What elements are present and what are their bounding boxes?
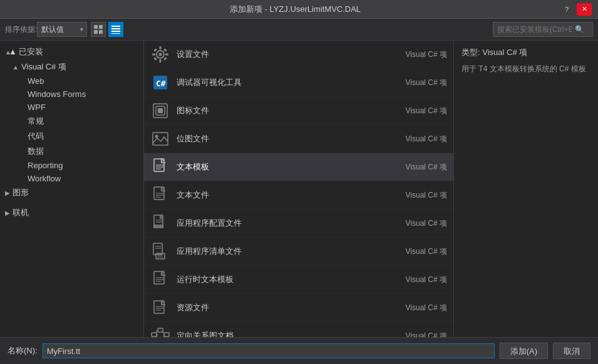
file-item-settings[interactable]: 设置文件 Visual C# 项 — [144, 41, 453, 69]
debugger-icon: C# — [150, 73, 170, 93]
info-description: 用于 T4 文本模板转换系统的 C# 模板 — [461, 63, 590, 75]
file-name-runtime-template: 运行时文本模板 — [177, 274, 391, 285]
svg-marker-52 — [162, 301, 165, 305]
file-type-manifest: Visual C# 项 — [397, 246, 447, 257]
svg-rect-4 — [111, 26, 120, 27]
text-file-icon — [150, 185, 170, 205]
file-type-app-config: Visual C# 项 — [397, 218, 447, 229]
file-name-text-template: 文本模板 — [177, 161, 391, 173]
svg-rect-56 — [152, 333, 157, 336]
help-button[interactable]: ? — [559, 3, 574, 16]
resource-file-icon — [150, 298, 170, 318]
window-title: 添加新项 - LYZJ.UserLimitMVC.DAL — [31, 4, 559, 15]
installed-label: ▲ 已安装 — [9, 46, 43, 58]
text-template-icon — [150, 157, 170, 177]
sidebar: ▲ ▲ 已安装 ▲ Visual C# 项 Web Windows Forms … — [0, 41, 144, 337]
cancel-button[interactable]: 取消 — [553, 343, 590, 359]
file-item-manifest[interactable]: 应用程序清单文件 Visual C# 项 — [144, 238, 453, 266]
svg-rect-12 — [152, 54, 155, 56]
file-item-debugger[interactable]: C# 调试器可视化工具 Visual C# 项 — [144, 69, 453, 97]
grid-view-button[interactable] — [91, 22, 106, 37]
file-list: 设置文件 Visual C# 项 C# 调试器可视化工具 Visual C# 项 — [144, 41, 454, 337]
svg-rect-15 — [163, 57, 167, 61]
file-name-bitmap: 位图文件 — [177, 133, 391, 144]
installed-section-header[interactable]: ▲ ▲ 已安装 — [0, 44, 143, 59]
svg-rect-7 — [111, 33, 120, 34]
svg-rect-10 — [160, 46, 162, 49]
sidebar-item-reporting[interactable]: Reporting — [0, 159, 143, 172]
svg-line-66 — [163, 335, 164, 337]
connected-label: 联机 — [13, 207, 29, 218]
svg-marker-26 — [162, 159, 165, 163]
svg-text:C#: C# — [156, 79, 166, 88]
dialog: 排序依据: 默认值 名称 类型 — [0, 19, 598, 364]
toolbar-row: 排序依据: 默认值 名称 类型 — [0, 19, 598, 41]
visual-csharp-label: Visual C# 项 — [21, 61, 66, 73]
svg-point-24 — [155, 135, 158, 138]
svg-rect-1 — [99, 25, 103, 29]
diagram-icon — [150, 326, 170, 337]
file-type-bitmap: Visual C# 项 — [397, 134, 447, 144]
svg-rect-16 — [153, 57, 157, 61]
name-label: 名称(N): — [8, 345, 38, 356]
file-item-text-file[interactable]: 文本文件 Visual C# 项 — [144, 181, 453, 210]
file-item-app-config[interactable]: 应用程序配置文件 Visual C# 项 — [144, 210, 453, 238]
search-input[interactable] — [497, 25, 572, 34]
svg-rect-2 — [94, 30, 98, 34]
file-item-diagram[interactable]: 定向关系图文档 Visual C# 项 — [144, 322, 453, 337]
graphics-section-header[interactable]: ▶ 图形 — [0, 185, 143, 200]
search-box[interactable]: 🔍 — [493, 22, 593, 37]
svg-rect-6 — [111, 31, 120, 32]
app-config-icon — [150, 213, 170, 233]
name-input[interactable] — [43, 343, 495, 358]
file-type-settings: Visual C# 项 — [397, 49, 447, 60]
file-name-icon-file: 图标文件 — [177, 105, 391, 116]
svg-marker-31 — [162, 187, 165, 191]
content-area: ▲ ▲ 已安装 ▲ Visual C# 项 Web Windows Forms … — [0, 41, 598, 337]
file-item-resource[interactable]: 资源文件 Visual C# 项 — [144, 294, 453, 322]
file-item-runtime-template[interactable]: 运行时文本模板 Visual C# 项 — [144, 266, 453, 294]
svg-point-9 — [159, 53, 162, 56]
list-view-button[interactable] — [108, 22, 123, 37]
svg-marker-47 — [162, 271, 165, 275]
search-icon: 🔍 — [575, 25, 584, 34]
runtime-template-icon — [150, 270, 170, 290]
file-item-icon[interactable]: 图标文件 Visual C# 项 — [144, 97, 453, 125]
svg-line-65 — [163, 330, 164, 335]
file-name-debugger: 调试器可视化工具 — [177, 77, 391, 88]
manifest-icon — [150, 241, 170, 261]
file-name-app-config: 应用程序配置文件 — [177, 218, 391, 229]
sidebar-item-workflow[interactable]: Workflow — [0, 172, 143, 185]
bottom-bar: 名称(N): 添加(A) 取消 — [0, 337, 598, 364]
file-type-resource: Visual C# 项 — [397, 303, 447, 313]
sidebar-item-normal[interactable]: 常规 — [0, 114, 143, 129]
file-type-text-file: Visual C# 项 — [397, 190, 447, 201]
svg-rect-11 — [160, 59, 162, 63]
sidebar-item-web[interactable]: Web — [0, 74, 143, 88]
svg-rect-14 — [153, 48, 157, 52]
close-button[interactable]: ✕ — [577, 3, 592, 16]
file-name-resource: 资源文件 — [177, 302, 391, 313]
file-name-diagram: 定向关系图文档 — [177, 330, 391, 337]
sort-label: 排序依据: — [5, 24, 37, 35]
title-bar: 添加新项 - LYZJ.UserLimitMVC.DAL ? ✕ — [0, 0, 598, 19]
file-item-bitmap[interactable]: 位图文件 Visual C# 项 — [144, 125, 453, 153]
sidebar-item-data[interactable]: 数据 — [0, 144, 143, 159]
bitmap-icon — [150, 129, 170, 149]
file-type-debugger: Visual C# 项 — [397, 78, 447, 88]
file-item-text-template[interactable]: 文本模板 Visual C# 项 — [144, 153, 453, 181]
file-name-manifest: 应用程序清单文件 — [177, 246, 391, 257]
add-button[interactable]: 添加(A) — [500, 343, 548, 359]
sort-select[interactable]: 默认值 名称 类型 — [37, 22, 87, 37]
file-type-text-template: Visual C# 项 — [397, 162, 447, 173]
sidebar-item-windows-forms[interactable]: Windows Forms — [0, 88, 143, 101]
svg-rect-59 — [164, 333, 169, 336]
info-panel: 类型: Visual C# 项 用于 T4 文本模板转换系统的 C# 模板 — [454, 41, 598, 337]
visual-csharp-triangle: ▲ — [13, 64, 19, 71]
connected-section-header[interactable]: ▶ 联机 — [0, 205, 143, 220]
file-type-runtime-template: Visual C# 项 — [397, 275, 447, 285]
svg-rect-13 — [165, 54, 168, 56]
sidebar-item-wpf[interactable]: WPF — [0, 101, 143, 114]
visual-csharp-header[interactable]: ▲ Visual C# 项 — [0, 59, 143, 74]
sidebar-item-code[interactable]: 代码 — [0, 129, 143, 144]
